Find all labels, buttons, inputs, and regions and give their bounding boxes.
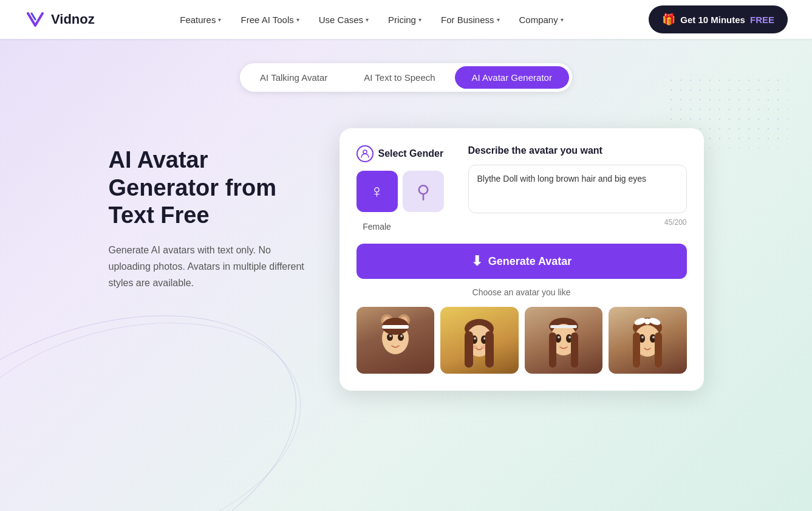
svg-point-16 [474, 337, 476, 340]
svg-rect-11 [382, 325, 409, 329]
svg-point-39 [644, 318, 650, 324]
logo[interactable]: Vidnoz [24, 9, 95, 30]
avatar-thumb-2[interactable] [440, 307, 519, 374]
person-svg [361, 149, 369, 158]
nav-pricing[interactable]: Pricing ▾ [380, 10, 430, 30]
gender-female-label: Female [357, 222, 398, 231]
generator-card: Select Gender ♀ ⚲ Female [339, 128, 704, 391]
nav-use-cases[interactable]: Use Cases ▾ [310, 10, 377, 30]
navbar: Vidnoz Features ▾ Free AI Tools ▾ Use Ca… [0, 0, 812, 39]
avatar-gallery [357, 307, 687, 374]
gender-section: Select Gender ♀ ⚲ Female [357, 145, 444, 231]
download-icon: ⬇ [471, 253, 482, 269]
svg-point-35 [641, 336, 644, 338]
svg-point-0 [363, 150, 367, 154]
gender-options: ♀ ⚲ Female [357, 171, 444, 231]
generate-label: Generate Avatar [488, 255, 572, 268]
nav-links: Features ▾ Free AI Tools ▾ Use Cases ▾ P… [171, 10, 571, 30]
doll-svg-4 [627, 307, 668, 374]
doll-svg-3 [543, 307, 584, 374]
tab-text-to-speech[interactable]: AI Text to Speech [347, 66, 452, 89]
svg-rect-28 [550, 325, 577, 328]
gender-female-button[interactable]: ♀ [357, 171, 398, 212]
avatar-thumb-3[interactable] [525, 307, 603, 374]
chevron-icon: ▾ [218, 16, 221, 23]
svg-rect-41 [655, 332, 662, 368]
describe-label: Describe the avatar you want [468, 145, 687, 156]
cta-highlight: FREE [750, 15, 774, 25]
hero-text: AI Avatar Generator from Text Free Gener… [109, 128, 315, 291]
svg-rect-21 [485, 331, 494, 368]
male-symbol: ⚲ [417, 181, 430, 202]
person-icon [357, 145, 374, 162]
nav-features[interactable]: Features ▾ [171, 10, 230, 30]
svg-rect-29 [549, 332, 556, 368]
avatar-image-3 [525, 307, 603, 374]
hero-content: AI Avatar Generator from Text Free Gener… [42, 128, 771, 391]
hero-description: Generate AI avatars with text only. No u… [109, 242, 315, 292]
female-symbol: ♀ [370, 181, 384, 202]
svg-rect-30 [571, 332, 578, 368]
svg-point-8 [398, 334, 404, 341]
svg-point-36 [652, 336, 655, 338]
hero-title: AI Avatar Generator from Text Free [109, 146, 315, 230]
cta-button[interactable]: 🎁 Get 10 Minutes FREE [649, 5, 788, 33]
svg-point-9 [389, 335, 392, 337]
nav-for-business[interactable]: For Business ▾ [432, 10, 508, 30]
nav-free-ai-tools[interactable]: Free AI Tools ▾ [232, 10, 307, 30]
describe-textarea[interactable]: Blythe Doll with long brown hair and big… [468, 165, 687, 213]
cta-prefix: Get 10 Minutes [680, 15, 745, 25]
chevron-icon: ▾ [418, 16, 421, 23]
svg-point-7 [387, 334, 393, 341]
hero-section: AI Talking Avatar AI Text to Speech AI A… [0, 39, 812, 511]
chevron-icon: ▾ [366, 16, 369, 23]
generate-avatar-button[interactable]: ⬇ Generate Avatar [357, 244, 687, 279]
svg-point-26 [558, 336, 560, 338]
svg-point-10 [400, 335, 403, 337]
svg-point-27 [568, 336, 571, 338]
nav-company[interactable]: Company ▾ [511, 10, 572, 30]
svg-rect-20 [465, 331, 473, 368]
char-count: 45/200 [468, 218, 687, 227]
chevron-icon: ▾ [497, 16, 500, 23]
gift-icon: 🎁 [662, 13, 675, 26]
card-header: Select Gender ♀ ⚲ Female [357, 145, 687, 231]
chevron-icon: ▾ [561, 16, 564, 23]
doll-svg-2 [459, 307, 500, 374]
avatar-image-2 [440, 307, 519, 374]
avatar-thumb-1[interactable] [357, 307, 435, 374]
avatar-image-1 [357, 307, 435, 374]
avatar-thumb-4[interactable] [609, 307, 687, 374]
gender-male-button[interactable]: ⚲ [403, 171, 444, 212]
doll-svg-1 [375, 307, 416, 374]
describe-section: Describe the avatar you want Blythe Doll… [468, 145, 687, 231]
tabs-container: AI Talking Avatar AI Text to Speech AI A… [240, 63, 572, 92]
gender-buttons: ♀ ⚲ [357, 171, 444, 212]
chevron-icon: ▾ [296, 16, 299, 23]
logo-text: Vidnoz [51, 12, 95, 27]
tab-avatar-generator[interactable]: AI Avatar Generator [455, 66, 569, 89]
logo-icon [24, 9, 46, 30]
choose-label: Choose an avatar you like [357, 287, 687, 297]
svg-rect-40 [633, 332, 640, 368]
avatar-image-4 [609, 307, 687, 374]
gender-label: Select Gender [357, 145, 444, 162]
tab-talking-avatar[interactable]: AI Talking Avatar [243, 66, 344, 89]
